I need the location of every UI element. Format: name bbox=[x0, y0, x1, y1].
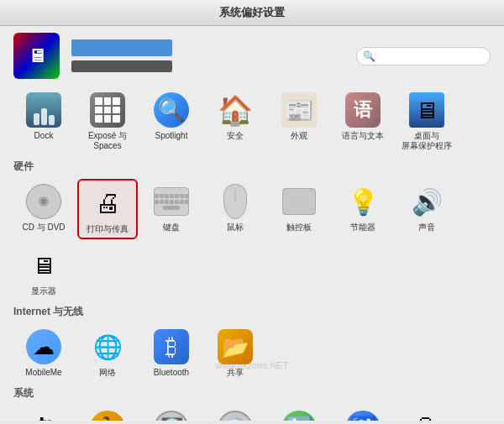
icon-item-softupdate[interactable]: 🔄软件更新 bbox=[269, 406, 329, 421]
mobileme-icon: ☁ bbox=[24, 327, 63, 366]
security-icon: 🏠 bbox=[216, 91, 255, 129]
icon-item-network[interactable]: 🌐网络 bbox=[77, 324, 138, 381]
display-icon: 🖥 bbox=[24, 246, 63, 285]
section-grid-system: ⏱Time Machine🚶家长控制💽启动磁盘🕐日期与时间🔄软件更新♿万能辅助🎙… bbox=[13, 406, 491, 421]
spotlight-label: Spotlight bbox=[155, 131, 188, 141]
icon-item-display[interactable]: 🖥显示器 bbox=[13, 243, 74, 300]
cddvd-label: CD 与 DVD bbox=[22, 222, 65, 233]
icons-container: DockExposé 与 Spaces🔍Spotlight🏠安全📰外观语语言与文… bbox=[13, 87, 491, 421]
user-profile: 🖥 bbox=[13, 33, 172, 79]
icon-item-dock[interactable]: Dock bbox=[13, 87, 74, 154]
icon-item-startup[interactable]: 💽启动磁盘 bbox=[141, 406, 202, 421]
search-box[interactable]: 🔍 bbox=[356, 47, 491, 65]
print-label: 打印与传真 bbox=[87, 224, 129, 234]
icon-item-timemachine[interactable]: ⏱Time Machine bbox=[13, 406, 74, 421]
avatar: 🖥 bbox=[13, 33, 60, 79]
expose-icon bbox=[88, 91, 127, 129]
accessibility-icon: ♿ bbox=[344, 409, 382, 421]
sharing-icon: 📂 bbox=[216, 327, 255, 366]
bluetooth-label: Bluetooth bbox=[154, 368, 189, 378]
icon-item-mouse[interactable]: 鼠标 bbox=[205, 179, 265, 239]
icon-item-datetime[interactable]: 🕐日期与时间 bbox=[205, 406, 265, 421]
user-sub-bar bbox=[71, 60, 172, 72]
dock-label: Dock bbox=[34, 131, 54, 141]
section-grid-internet: ☁MobileMe🌐网络₿Bluetooth📂共享 bbox=[13, 324, 491, 381]
section-label-internet: Internet 与无线 bbox=[13, 305, 491, 321]
energy-icon: 💡 bbox=[344, 182, 382, 221]
spotlight-icon: 🔍 bbox=[152, 91, 191, 129]
sound-label: 声音 bbox=[418, 222, 435, 233]
section-label-hardware: 硬件 bbox=[13, 160, 491, 175]
mobileme-label: MobileMe bbox=[25, 368, 61, 378]
icon-item-sharing[interactable]: 📂共享 bbox=[205, 324, 265, 381]
datetime-icon: 🕐 bbox=[216, 409, 255, 421]
security-label: 安全 bbox=[227, 131, 244, 141]
icon-item-sound[interactable]: 🔊声音 bbox=[396, 179, 457, 239]
section-grid-personal: DockExposé 与 Spaces🔍Spotlight🏠安全📰外观语语言与文… bbox=[13, 87, 491, 154]
energy-label: 节能器 bbox=[350, 222, 375, 233]
icon-item-parental[interactable]: 🚶家长控制 bbox=[77, 406, 138, 421]
icon-item-bluetooth[interactable]: ₿Bluetooth bbox=[141, 324, 202, 381]
mouse-icon bbox=[216, 182, 255, 221]
network-label: 网络 bbox=[99, 368, 116, 378]
trackpad-icon bbox=[280, 182, 318, 221]
keyboard-label: 键盘 bbox=[163, 222, 180, 233]
sound-icon: 🔊 bbox=[407, 182, 446, 221]
icon-item-spotlight[interactable]: 🔍Spotlight bbox=[141, 87, 202, 154]
network-icon: 🌐 bbox=[88, 327, 127, 366]
icon-item-trackpad[interactable]: 触控板 bbox=[269, 179, 329, 239]
sharing-label: 共享 bbox=[227, 368, 244, 378]
icon-item-print[interactable]: 🖨打印与传真 bbox=[77, 179, 138, 239]
search-icon: 🔍 bbox=[363, 50, 375, 62]
cddvd-icon bbox=[24, 182, 63, 221]
keyboard-icon bbox=[152, 182, 191, 221]
icon-item-desktop[interactable]: 🖥桌面与 屏幕保护程序 bbox=[396, 87, 457, 154]
desktop-icon: 🖥 bbox=[407, 91, 446, 129]
search-input[interactable] bbox=[356, 47, 491, 65]
icon-item-speech[interactable]: 🎙语音 bbox=[396, 406, 457, 421]
print-icon: 🖨 bbox=[88, 184, 127, 222]
speech-icon: 🎙 bbox=[407, 409, 446, 421]
icon-item-security[interactable]: 🏠安全 bbox=[205, 87, 265, 154]
icon-item-mobileme[interactable]: ☁MobileMe bbox=[13, 324, 74, 381]
icon-item-language[interactable]: 语语言与文本 bbox=[333, 87, 393, 154]
bluetooth-icon: ₿ bbox=[152, 327, 191, 366]
icon-item-energy[interactable]: 💡节能器 bbox=[333, 179, 393, 239]
language-label: 语言与文本 bbox=[342, 131, 384, 141]
window-title: 系统偏好设置 bbox=[219, 6, 285, 18]
icon-item-appearance[interactable]: 📰外观 bbox=[269, 87, 329, 154]
dock-icon bbox=[24, 91, 63, 129]
section-label-system: 系统 bbox=[13, 386, 491, 402]
title-bar: 系统偏好设置 bbox=[0, 0, 504, 26]
desktop-label: 桌面与 屏幕保护程序 bbox=[402, 131, 452, 151]
trackpad-label: 触控板 bbox=[286, 222, 312, 233]
startup-icon: 💽 bbox=[152, 409, 191, 421]
user-name-bar bbox=[71, 39, 172, 56]
section-grid-hardware: CD 与 DVD🖨打印与传真键盘鼠标触控板💡节能器🔊声音🖥显示器 bbox=[13, 179, 491, 300]
icon-item-cddvd[interactable]: CD 与 DVD bbox=[13, 179, 74, 239]
icon-item-keyboard[interactable]: 键盘 bbox=[141, 179, 202, 239]
language-icon: 语 bbox=[344, 91, 382, 129]
icon-item-accessibility[interactable]: ♿万能辅助 bbox=[333, 406, 393, 421]
parental-icon: 🚶 bbox=[88, 409, 127, 421]
icon-item-expose[interactable]: Exposé 与 Spaces bbox=[77, 87, 138, 154]
mouse-label: 鼠标 bbox=[227, 222, 244, 233]
appearance-icon: 📰 bbox=[280, 91, 318, 129]
expose-label: Exposé 与 Spaces bbox=[88, 131, 127, 151]
appearance-label: 外观 bbox=[291, 131, 307, 141]
display-label: 显示器 bbox=[31, 286, 56, 296]
softupdate-icon: 🔄 bbox=[280, 409, 318, 421]
timemachine-icon: ⏱ bbox=[24, 409, 63, 421]
